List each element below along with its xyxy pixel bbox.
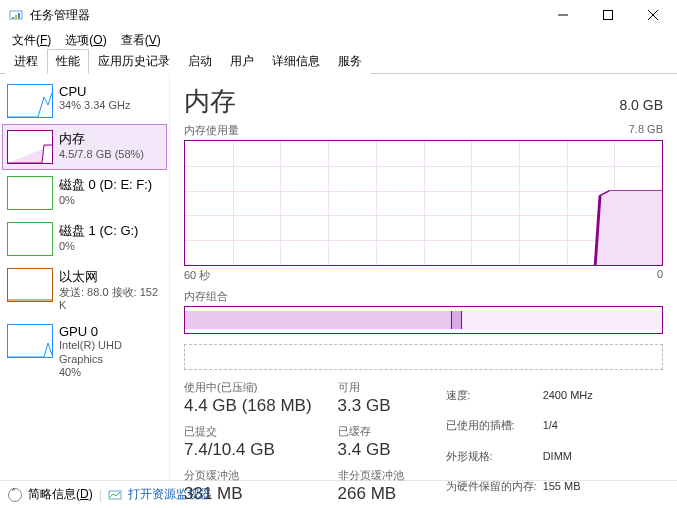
menu-view[interactable]: 查看(V) [115,30,167,51]
detail-speed: 2400 MHz [543,382,613,411]
page-title: 内存 [184,84,236,119]
memory-composition-chart [184,306,663,334]
window-title: 任务管理器 [30,7,90,24]
stats-grid: 使用中(已压缩)4.4 GB (168 MB) 可用3.3 GB 已提交7.4/… [184,380,404,504]
memory-thumb-chart [7,130,53,164]
sidebar: CPU34% 3.34 GHz 内存4.5/7.8 GB (58%) 磁盘 0 … [0,74,170,480]
legend-placeholder [184,344,663,370]
tab-processes[interactable]: 进程 [5,49,47,74]
stat-nonpaged: 266 MB [338,484,404,504]
memory-usage-chart [184,140,663,266]
menu-file[interactable]: 文件(F) [6,30,57,51]
minimize-button[interactable] [540,0,585,30]
sidebar-item-gpu[interactable]: GPU 0Intel(R) UHD Graphics 40% [2,318,167,385]
svg-rect-3 [18,13,20,19]
disk0-thumb-chart [7,176,53,210]
tab-startup[interactable]: 启动 [179,49,221,74]
detail-hw-reserved: 155 MB [543,474,613,503]
svg-rect-5 [603,11,612,20]
menubar: 文件(F) 选项(O) 查看(V) [0,30,677,50]
sidebar-item-label: GPU 0 [59,324,160,339]
x-axis-left: 60 秒 [184,268,210,283]
sidebar-item-label: 内存 [59,130,144,148]
memory-details-table: 速度:2400 MHz 已使用的插槽:1/4 外形规格:DIMM 为硬件保留的内… [444,380,615,504]
total-memory: 8.0 GB [619,97,663,113]
tab-app-history[interactable]: 应用历史记录 [89,49,179,74]
svg-rect-1 [12,17,14,19]
detail-slots: 1/4 [543,413,613,442]
stat-inuse: 4.4 GB (168 MB) [184,396,312,416]
sidebar-item-label: 磁盘 1 (C: G:) [59,222,138,240]
stat-committed: 7.4/10.4 GB [184,440,312,460]
stat-available: 3.3 GB [338,396,404,416]
usage-chart-label: 内存使用量 [184,123,239,138]
x-axis-right: 0 [657,268,663,283]
menu-options[interactable]: 选项(O) [59,30,112,51]
detail-form: DIMM [543,443,613,472]
sidebar-item-label: 以太网 [59,268,160,286]
fewer-details-button[interactable]: 简略信息(D) [28,486,93,503]
stat-cached: 3.4 GB [338,440,404,460]
svg-marker-9 [595,191,662,265]
tab-services[interactable]: 服务 [329,49,371,74]
sidebar-item-ethernet[interactable]: 以太网发送: 88.0 接收: 152 K [2,262,167,318]
sidebar-item-disk0[interactable]: 磁盘 0 (D: E: F:)0% [2,170,167,216]
gpu-thumb-chart [7,324,53,358]
usage-chart-max: 7.8 GB [629,123,663,138]
cpu-thumb-chart [7,84,53,118]
titlebar: 任务管理器 [0,0,677,30]
collapse-icon[interactable] [8,488,22,502]
disk1-thumb-chart [7,222,53,256]
tab-users[interactable]: 用户 [221,49,263,74]
main-panel: 内存 8.0 GB 内存使用量7.8 GB 60 秒0 内存组合 使用中(已压缩… [170,74,677,480]
sidebar-item-cpu[interactable]: CPU34% 3.34 GHz [2,78,167,124]
tab-performance[interactable]: 性能 [47,49,89,74]
sidebar-item-label: CPU [59,84,131,99]
resource-monitor-icon [108,488,122,502]
sidebar-item-memory[interactable]: 内存4.5/7.8 GB (58%) [2,124,167,170]
sidebar-item-label: 磁盘 0 (D: E: F:) [59,176,152,194]
app-icon [8,7,24,23]
close-button[interactable] [630,0,675,30]
composition-label: 内存组合 [184,289,663,304]
tab-bar: 进程 性能 应用历史记录 启动 用户 详细信息 服务 [0,50,677,74]
svg-rect-2 [15,15,17,19]
eth-thumb-chart [7,268,53,302]
stat-paged: 331 MB [184,484,312,504]
tab-details[interactable]: 详细信息 [263,49,329,74]
maximize-button[interactable] [585,0,630,30]
sidebar-item-disk1[interactable]: 磁盘 1 (C: G:)0% [2,216,167,262]
